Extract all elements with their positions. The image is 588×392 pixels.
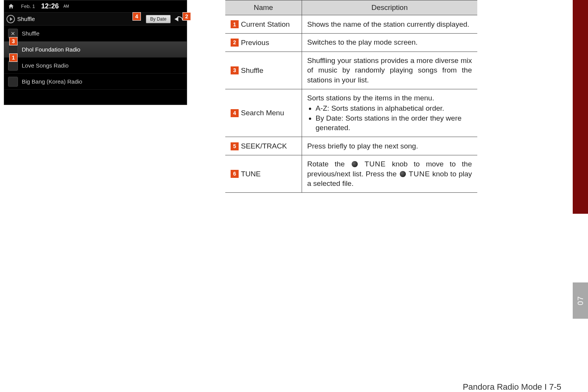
station-icon: [8, 61, 18, 71]
row-station-2[interactable]: Love Songs Radio: [4, 58, 187, 74]
tune-description: Rotate the TUNE knob to move to the prev…: [302, 155, 477, 192]
table-row: 6TUNE Rotate the TUNE knob to move to th…: [225, 155, 477, 192]
row-station-3[interactable]: Big Bang (Korea) Radio: [4, 74, 187, 90]
table-row: 1Current Station Shows the name of the s…: [225, 15, 477, 34]
knob-icon: [352, 161, 358, 167]
infotainment-screenshot: Feb. 1 12:26 AM Shuffle By Date ✕ Shuffl…: [4, 0, 187, 193]
home-icon[interactable]: [7, 3, 15, 10]
row-shuffle[interactable]: ✕ Shuffle: [4, 26, 187, 42]
badge-5: 5: [231, 142, 239, 150]
description-table: Name Description 1Current Station Shows …: [225, 0, 477, 193]
table-row: 5SEEK/TRACK Press briefly to play the ne…: [225, 137, 477, 155]
status-bar: Feb. 1 12:26 AM: [4, 0, 187, 13]
station-icon: [8, 77, 18, 87]
th-desc: Description: [302, 0, 477, 15]
badge-4: 4: [231, 109, 239, 117]
title-bar: Shuffle By Date: [4, 13, 187, 26]
play-icon[interactable]: [6, 15, 15, 23]
th-name: Name: [225, 0, 302, 15]
callout-4: 4: [132, 12, 141, 21]
screen-title: Shuffle: [17, 16, 35, 22]
sort-button[interactable]: By Date: [146, 15, 171, 23]
callout-1: 1: [9, 53, 18, 62]
page-footer: Pandora Radio Mode I 7-5: [463, 382, 561, 392]
station-icon: [8, 45, 18, 55]
status-ampm: AM: [63, 4, 69, 8]
table-row: 3Shuffle Shuffling your stations provide…: [225, 52, 477, 89]
status-date: Feb. 1: [21, 3, 35, 9]
row-station-1[interactable]: Dhol Foundation Radio: [4, 42, 187, 58]
badge-6: 6: [231, 170, 239, 178]
badge-3: 3: [231, 66, 239, 74]
table-row: 4Search Menu Sorts stations by the items…: [225, 89, 477, 137]
section-tab: 07: [573, 282, 588, 319]
table-row: 2Previous Switches to the play mode scre…: [225, 33, 477, 52]
callout-3: 3: [9, 37, 18, 45]
section-tab-active: [573, 0, 588, 214]
callout-2: 2: [183, 12, 191, 21]
badge-1: 1: [231, 20, 239, 28]
badge-2: 2: [231, 39, 239, 47]
side-tabs: 07: [573, 0, 588, 392]
knob-icon: [400, 171, 406, 177]
status-time: 12:26: [41, 2, 59, 10]
